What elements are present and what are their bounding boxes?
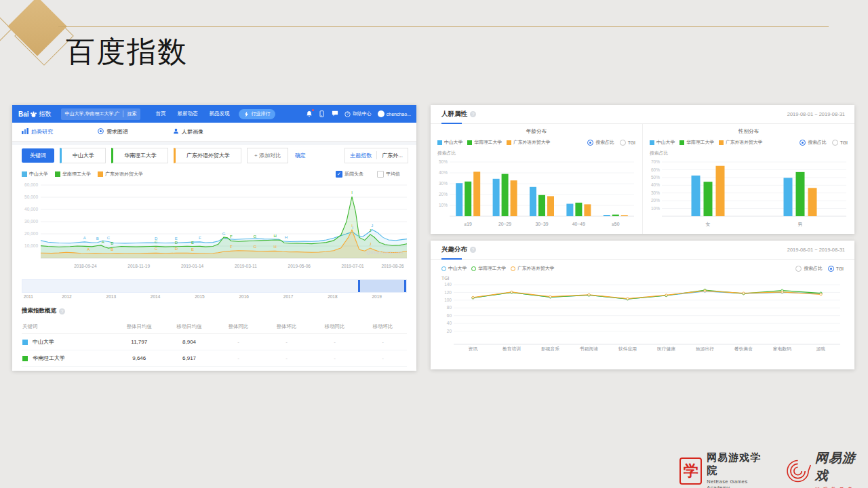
svg-text:B: B [96, 237, 99, 241]
chart-title: 性别分布 [643, 128, 854, 135]
svg-text:10%: 10% [651, 206, 660, 211]
radio-selected-icon[interactable] [587, 140, 593, 146]
page-title: 百度指数 [66, 33, 188, 72]
user-menu[interactable]: chenchao... [378, 110, 411, 117]
radio-unselected-icon[interactable] [620, 140, 626, 146]
column-header: 移动日均值 [164, 319, 214, 334]
legend-swatch [441, 266, 446, 271]
feedback-icon[interactable] [332, 110, 338, 117]
table-row: 广东外语外贸大学3,6732,691---- [22, 367, 407, 371]
svg-text:10%: 10% [439, 203, 448, 207]
radio-搜索占比[interactable]: 搜索占比 [587, 139, 614, 146]
radio-搜索占比[interactable]: 搜索占比 [800, 139, 826, 146]
info-icon[interactable]: ? [59, 308, 65, 314]
card-title: 人群属性 ? [441, 110, 476, 119]
legend-item: 广东外语外贸大学 [507, 139, 550, 146]
legend-item: 广东外语外贸大学 [98, 171, 143, 178]
column-header: 整体环比 [262, 319, 311, 334]
age-bar-chart: 10%20%30%40%50%≤1920~2930~3940~49≥50 [432, 157, 642, 231]
slider-handle-right[interactable] [404, 280, 406, 292]
radio-selected-icon[interactable] [828, 266, 834, 272]
mobile-icon[interactable] [319, 110, 326, 117]
keyword-box[interactable]: 华南理工大学 [111, 148, 168, 163]
industry-rank-button[interactable]: 行业排行 [239, 109, 275, 119]
checked-checkbox-icon[interactable]: ✓ [336, 171, 342, 178]
svg-text:影视音乐: 影视音乐 [541, 346, 559, 352]
radio-unselected-icon[interactable] [795, 266, 802, 272]
column-header: 整体日均值 [114, 319, 164, 334]
svg-text:I: I [351, 190, 353, 195]
svg-text:50,000: 50,000 [24, 195, 38, 199]
tab-人群画像[interactable]: 人群画像 [173, 128, 203, 136]
trend-legend: 中山大学华南理工大学广东外语外贸大学✓新闻头条平均值 [22, 169, 407, 180]
add-compare-button[interactable]: + 添加对比 [247, 148, 288, 163]
tgi-line-chart: 20406080100120140资讯教育培训影视音乐书籍阅读软件应用医疗健康旅… [436, 281, 854, 355]
notification-icon[interactable] [306, 110, 313, 117]
keyword-box[interactable]: 广东外语外贸大学 [174, 148, 241, 163]
search-input[interactable]: 中山大学,华南理工大学,广 搜索 [61, 108, 141, 120]
column-header: 整体同比 [214, 319, 262, 334]
y-axis-label: 搜索占比 [437, 150, 642, 157]
nav-link[interactable]: 最新动态 [177, 110, 197, 117]
radio-TGI[interactable]: TGI [828, 266, 844, 272]
active-tab-underline [441, 258, 462, 260]
svg-text:40,000: 40,000 [24, 207, 38, 211]
svg-text:2019-01-14: 2019-01-14 [181, 264, 204, 268]
svg-text:2019-08-26: 2019-08-26 [381, 264, 404, 268]
time-range-slider[interactable]: 201120122013201420152016201720182019 [22, 279, 407, 301]
confirm-button[interactable]: 确定 [295, 152, 306, 159]
checkbox-平均值[interactable]: 平均值 [377, 171, 400, 178]
legend-swatch [511, 266, 515, 271]
slider-selection[interactable] [359, 280, 406, 292]
help-center-link[interactable]: ? 帮助中心 [344, 110, 372, 117]
tab-趋势研究[interactable]: 趋势研究 [22, 128, 53, 136]
nav-link[interactable]: 首页 [155, 110, 165, 117]
info-icon[interactable]: ? [470, 111, 476, 117]
netease-academy-logo: 学 网易游戏学院 NetEase Games Academy [679, 451, 771, 488]
baidu-index-panel: Bai 指数 中山大学,华南理工大学,广 搜索 首页最新动态新品发现 行业排行 [12, 105, 416, 371]
academy-subtitle: NetEase Games Academy [707, 479, 770, 488]
gender-distribution-section: 性别分布 中山大学华南理工大学广东外语外贸大学搜索占比TGI 搜索占比 10%2… [642, 124, 854, 234]
svg-text:F: F [230, 235, 233, 239]
avatar [378, 110, 384, 117]
keyword-button[interactable]: 关键词 [22, 148, 54, 163]
footer-brand-area: 学 网易游戏学院 NetEase Games Academy 网易游戏 游戏热爱… [679, 449, 868, 488]
svg-text:40%: 40% [439, 170, 448, 175]
info-icon[interactable]: ? [470, 247, 476, 253]
netease-games-logo: 网易游戏 游戏热爱者 [785, 449, 868, 488]
svg-text:40~49: 40~49 [572, 222, 585, 226]
legend-swatch [650, 140, 654, 145]
age-distribution-section: 年龄分布 中山大学华南理工大学广东外语外贸大学搜索占比TGI 搜索占比 10%2… [431, 124, 642, 234]
svg-text:教育培训: 教育培训 [502, 346, 521, 352]
svg-text:资讯: 资讯 [469, 346, 478, 351]
svg-text:2019-03-11: 2019-03-11 [235, 264, 257, 268]
radio-TGI[interactable]: TGI [620, 140, 635, 146]
radio-搜索占比[interactable]: 搜索占比 [795, 265, 822, 272]
svg-text:G: G [254, 235, 257, 239]
svg-text:女: 女 [706, 222, 711, 226]
search-button[interactable]: 搜索 [127, 110, 136, 117]
slider-track[interactable] [22, 279, 407, 293]
header-right-tools: ? 帮助中心 chenchao... [306, 110, 411, 117]
series-swatch [22, 340, 28, 345]
svg-text:F: F [230, 245, 233, 249]
year-label: 2017 [283, 294, 293, 299]
tab-需求图谱[interactable]: 需求图谱 [98, 128, 128, 136]
year-label: 2019 [372, 294, 381, 299]
radio-unselected-icon[interactable] [832, 140, 838, 146]
unchecked-checkbox-icon[interactable] [377, 171, 384, 178]
baidu-header-bar: Bai 指数 中山大学,华南理工大学,广 搜索 首页最新动态新品发现 行业排行 [12, 105, 416, 123]
nav-link[interactable]: 新品发现 [209, 110, 229, 117]
radio-selected-icon[interactable] [800, 140, 806, 146]
svg-text:H: H [285, 235, 288, 239]
y-axis-label: TGI [441, 276, 854, 281]
demand-map-icon [98, 128, 104, 136]
theme-index-select[interactable]: 主题指数 广东外... [344, 148, 408, 163]
slider-handle-left[interactable] [358, 280, 360, 292]
radio-TGI[interactable]: TGI [832, 140, 848, 146]
table-row: 华南理工大学9,6466,917---- [22, 350, 407, 367]
keyword-box[interactable]: 中山大学 [60, 148, 106, 163]
checkbox-新闻头条[interactable]: ✓新闻头条 [336, 171, 363, 178]
date-range: 2019-08-01 ~ 2019-08-31 [787, 247, 845, 253]
baidu-index-logo[interactable]: Bai 指数 [18, 110, 52, 119]
